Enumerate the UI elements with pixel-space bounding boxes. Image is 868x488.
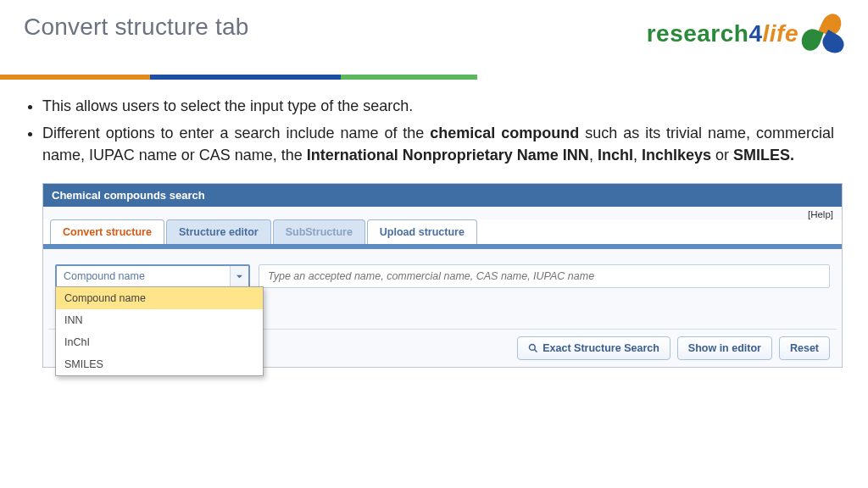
tab-convert-structure[interactable]: Convert structure [50,219,164,244]
dropdown-option[interactable]: INN [56,309,263,331]
reset-button[interactable]: Reset [779,336,830,360]
page-title: Convert structure tab [24,14,249,41]
brand-logo: research4life [647,14,843,54]
input-type-dropdown[interactable]: Compound name [55,264,250,288]
list-item: This allows users to select the input ty… [42,95,834,117]
logo-text-3: life [763,20,798,47]
list-item: Different options to enter a search incl… [42,122,834,166]
tab-upload-structure[interactable]: Upload structure [367,219,477,244]
panel-title: Chemical compounds search [43,184,842,207]
help-link[interactable]: [Help] [43,207,842,219]
exact-structure-search-button[interactable]: Exact Structure Search [517,336,670,360]
show-in-editor-button[interactable]: Show in editor [677,336,772,360]
logo-text-2: 4 [748,20,762,47]
compound-search-input[interactable] [259,264,830,288]
tab-bar: Convert structure Structure editor SubSt… [43,219,842,244]
dropdown-option[interactable]: SMILES [56,353,263,375]
dropdown-menu: Compound name INN InChI SMILES [55,286,264,376]
logo-text-1: research [647,20,749,47]
logo-mark-icon [802,14,843,54]
tab-substructure[interactable]: SubStructure [273,219,365,244]
bullet-list: This allows users to select the input ty… [0,80,868,178]
dropdown-selected-label: Compound name [57,270,230,282]
svg-line-1 [535,350,537,352]
svg-point-0 [530,345,536,351]
tab-structure-editor[interactable]: Structure editor [166,219,271,244]
dropdown-option[interactable]: Compound name [56,287,263,309]
chevron-down-icon[interactable] [230,266,248,286]
search-icon [528,343,538,353]
search-panel: Chemical compounds search [Help] Convert… [42,183,843,368]
dropdown-option[interactable]: InChI [56,331,263,353]
accent-stripe [0,75,477,80]
